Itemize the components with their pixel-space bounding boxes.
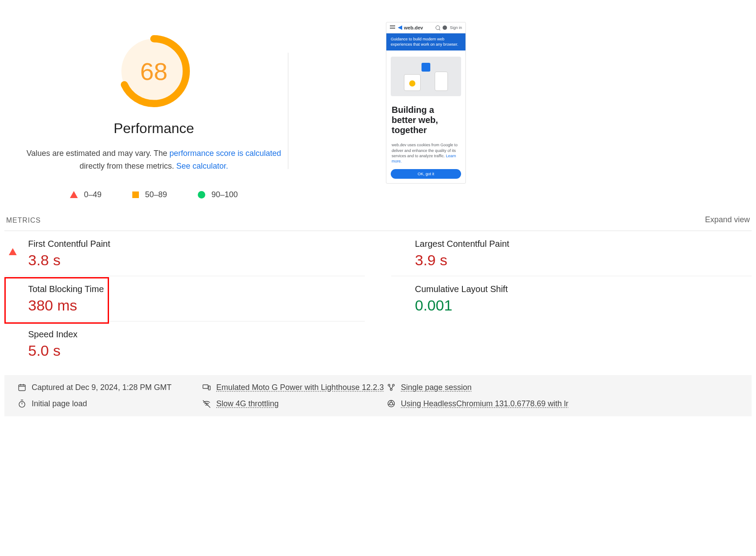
session-link[interactable]: Single page session xyxy=(401,383,472,392)
metric-name: First Contentful Paint xyxy=(28,238,365,249)
score-calc-link[interactable]: performance score is calculated xyxy=(170,149,281,158)
pass-range: 90–100 xyxy=(211,190,238,199)
score-gauge: 68 xyxy=(118,35,190,107)
score-description: Values are estimated and may vary. The p… xyxy=(13,147,294,173)
menu-icon xyxy=(390,25,395,30)
metric-fcp[interactable]: First Contentful Paint 3.8 s xyxy=(4,231,365,276)
metric-name: Cumulative Layout Shift xyxy=(415,283,752,295)
calendar-icon xyxy=(18,383,26,392)
svg-rect-2 xyxy=(19,385,25,390)
metric-tbt[interactable]: Total Blocking Time 380 ms xyxy=(4,276,365,321)
metrics-section-title: METRICS xyxy=(6,217,41,224)
network-icon xyxy=(202,399,211,408)
avg-range: 50–89 xyxy=(145,190,167,199)
captured-at: Captured at Dec 9, 2024, 1:28 PM GMT xyxy=(32,383,171,392)
metric-name: Speed Index xyxy=(28,329,365,339)
metric-name: Total Blocking Time xyxy=(28,283,365,294)
vertical-divider xyxy=(288,53,288,169)
score-scale: 0–49 50–89 90–100 xyxy=(13,190,294,199)
pass-icon xyxy=(198,191,205,199)
performance-gauge-section: 68 Performance Values are estimated and … xyxy=(13,22,294,199)
search-icon xyxy=(436,25,440,30)
score-value: 68 xyxy=(118,35,190,107)
site-logo: web.dev xyxy=(398,25,423,30)
metric-value: 5.0 s xyxy=(28,342,365,359)
fail-range: 0–49 xyxy=(84,190,102,199)
category-title: Performance xyxy=(13,120,294,137)
metric-value: 3.9 s xyxy=(415,252,752,269)
env-footer: Captured at Dec 9, 2024, 1:28 PM GMT Emu… xyxy=(4,375,752,416)
metric-value: 3.8 s xyxy=(28,252,365,269)
session-icon xyxy=(387,383,396,392)
metric-si[interactable]: Speed Index 5.0 s xyxy=(4,321,365,366)
browser-link[interactable]: Using HeadlessChromium 131.0.6778.69 wit… xyxy=(401,399,568,408)
metric-value: 380 ms xyxy=(28,297,365,314)
metric-name: Largest Contentful Paint xyxy=(415,238,752,249)
metric-cls[interactable]: Cumulative Layout Shift 0.001 xyxy=(391,276,752,321)
svg-rect-3 xyxy=(203,385,208,388)
hero-headline: Building a better web, together xyxy=(386,102,465,140)
banner: Guidance to build modern web experiences… xyxy=(386,33,465,51)
hero-illustration xyxy=(391,57,461,96)
device-link[interactable]: Emulated Moto G Power with Lighthouse 12… xyxy=(216,383,384,392)
signin-label: Sign in xyxy=(450,25,462,30)
initial-load: Initial page load xyxy=(32,399,87,408)
metric-value: 0.001 xyxy=(415,297,752,314)
browser-icon xyxy=(387,399,396,408)
desc-text: Values are estimated and may vary. The xyxy=(26,149,169,158)
expand-view-toggle[interactable]: Expand view xyxy=(705,215,750,224)
cookie-accept-btn: OK, got it xyxy=(391,169,461,179)
network-link[interactable]: Slow 4G throttling xyxy=(216,399,279,408)
desc-text-2: directly from these metrics. xyxy=(80,162,176,170)
svg-point-10 xyxy=(390,402,393,405)
avg-icon xyxy=(132,191,139,198)
theme-icon xyxy=(443,25,447,30)
svg-rect-4 xyxy=(208,386,210,390)
see-calculator-link[interactable]: See calculator. xyxy=(176,162,228,170)
fail-icon xyxy=(70,191,78,198)
metric-lcp[interactable]: Largest Contentful Paint 3.9 s xyxy=(391,231,752,276)
page-screenshot[interactable]: web.dev Sign in Guidance to build modern… xyxy=(386,22,466,184)
stopwatch-icon xyxy=(18,399,26,408)
fail-icon xyxy=(9,241,17,255)
cookie-notice: web.dev uses cookies from Google to deli… xyxy=(386,140,465,167)
device-icon xyxy=(202,383,211,392)
